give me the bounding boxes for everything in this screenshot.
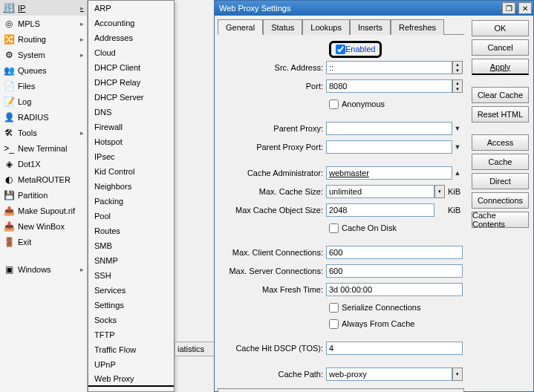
parent-proxy-port-expand[interactable]: ▼ [452, 140, 463, 154]
sidebar-item-label: New Terminal [18, 144, 67, 153]
submenu-tftp[interactable]: TFTP [88, 327, 174, 342]
sidebar-item-winbox[interactable]: 📥New WinBox [0, 218, 87, 234]
tab-general[interactable]: General [218, 19, 263, 35]
sidebar-item-files[interactable]: 📄Files [0, 78, 87, 94]
sidebar-item-metarouter[interactable]: ◐MetaROUTER [0, 172, 87, 187]
submenu-dhcp-client[interactable]: DHCP Client [88, 60, 174, 75]
submenu-pool[interactable]: Pool [88, 209, 174, 223]
dialog-titlebar[interactable]: Web Proxy Settings ❐ ✕ [215, 1, 533, 16]
submenu-routes[interactable]: Routes [88, 223, 174, 238]
cache-button[interactable]: Cache [472, 154, 529, 170]
tab-lookups[interactable]: Lookups [302, 19, 350, 35]
cache-admin-input[interactable] [326, 166, 452, 180]
sidebar-item-log[interactable]: 📝Log [0, 94, 87, 109]
submenu-snmp[interactable]: SNMP [88, 253, 174, 268]
submenu-arrow-icon: ▸ [80, 36, 84, 43]
submenu-dhcp-relay[interactable]: DHCP Relay [88, 75, 174, 90]
access-button[interactable]: Access [472, 134, 529, 151]
serialize-checkbox[interactable] [329, 303, 339, 313]
max-cache-size-dropdown[interactable]: ▾ [434, 185, 445, 198]
submenu-arp[interactable]: ARP [88, 1, 174, 16]
ip-submenu: ARP Accounting Addresses Cloud DHCP Clie… [88, 0, 175, 392]
submenu-settings[interactable]: Settings [88, 298, 174, 313]
submenu-traffic-flow[interactable]: Traffic Flow [88, 342, 174, 357]
clear-cache-button[interactable]: Clear Cache [472, 87, 529, 103]
sidebar-item-radius[interactable]: 👤RADIUS [0, 109, 87, 125]
submenu-firewall[interactable]: Firewall [88, 120, 174, 134]
cache-contents-button[interactable]: Cache Contents [472, 212, 529, 228]
submenu-kid-control[interactable]: Kid Control [88, 164, 174, 179]
always-cache-checkbox[interactable] [329, 319, 339, 329]
submenu-neighbors[interactable]: Neighbors [88, 179, 174, 194]
sidebar-item-terminal[interactable]: >_New Terminal [0, 140, 87, 156]
max-server-conn-input[interactable] [326, 264, 463, 278]
submenu-upnp[interactable]: UPnP [88, 357, 174, 372]
dscp-input[interactable] [326, 342, 463, 355]
tab-inserts[interactable]: Inserts [350, 19, 391, 35]
sidebar-item-windows[interactable]: ▣Windows▸ [0, 261, 87, 277]
submenu-addresses[interactable]: Addresses [88, 30, 174, 45]
ok-button[interactable]: OK [472, 20, 529, 36]
sidebar-item-label: RADIUS [18, 113, 49, 122]
cache-path-input[interactable] [326, 368, 452, 381]
max-cache-obj-label: Max Cache Object Size: [219, 206, 326, 215]
sidebar-item-exit[interactable]: 🚪Exit [0, 234, 87, 249]
submenu-arrow-icon: ▸ [80, 129, 84, 137]
sidebar-item-supout[interactable]: 📤Make Supout.rif [0, 203, 87, 218]
submenu-dns[interactable]: DNS [88, 105, 174, 120]
max-cache-size-input[interactable] [326, 185, 434, 198]
web-proxy-settings-dialog: Web Proxy Settings ❐ ✕ General Status Lo… [214, 0, 534, 392]
submenu-smb[interactable]: SMB [88, 238, 174, 253]
submenu-socks[interactable]: Socks [88, 313, 174, 327]
cancel-button[interactable]: Cancel [472, 39, 529, 56]
main-sidebar: 🔢IP▸ ◎MPLS▸ 🔀Routing▸ ⚙System▸ 👥Queues 📄… [0, 0, 88, 392]
sidebar-item-routing[interactable]: 🔀Routing▸ [0, 31, 87, 47]
dialog-tabs: General Status Lookups Inserts Refreshes [218, 19, 464, 35]
apply-button[interactable]: Apply [472, 59, 529, 75]
winbox-icon: 📥 [3, 220, 15, 232]
submenu-web-proxy[interactable]: Web Proxy [88, 372, 174, 387]
submenu-accounting[interactable]: Accounting [88, 16, 174, 30]
reset-html-button[interactable]: Reset HTML [472, 106, 529, 122]
src-address-input[interactable] [326, 61, 452, 74]
cache-on-disk-checkbox[interactable] [329, 223, 339, 233]
anonymous-checkbox[interactable] [329, 99, 339, 109]
sidebar-item-partition[interactable]: 💾Partition [0, 187, 87, 203]
window-restore-button[interactable]: ❐ [502, 2, 515, 14]
sidebar-item-mpls[interactable]: ◎MPLS▸ [0, 16, 87, 31]
port-spinner[interactable]: ▲▼ [452, 79, 463, 93]
parent-proxy-expand[interactable]: ▼ [452, 122, 463, 135]
sidebar-item-label: IP [18, 4, 25, 13]
sidebar-item-label: New WinBox [18, 222, 65, 231]
tab-refreshes[interactable]: Refreshes [391, 19, 444, 35]
mpls-icon: ◎ [3, 18, 15, 30]
submenu-packing[interactable]: Packing [88, 194, 174, 209]
sidebar-item-tools[interactable]: 🛠Tools▸ [0, 125, 87, 140]
max-client-conn-input[interactable] [326, 246, 463, 259]
src-address-spinner[interactable]: ▲▼ [452, 61, 463, 74]
cache-path-dropdown[interactable]: ▾ [452, 368, 463, 381]
cache-admin-collapse[interactable]: ▲ [452, 166, 463, 180]
supout-icon: 📤 [3, 205, 15, 217]
connections-button[interactable]: Connections [472, 192, 529, 209]
max-cache-obj-input[interactable] [326, 203, 434, 217]
sidebar-item-queues[interactable]: 👥Queues [0, 62, 87, 78]
tab-status[interactable]: Status [263, 19, 302, 35]
parent-proxy-port-input[interactable] [326, 140, 452, 154]
sidebar-item-system[interactable]: ⚙System▸ [0, 47, 87, 62]
max-fresh-label: Max Fresh Time: [219, 285, 326, 294]
enabled-checkbox[interactable] [336, 45, 345, 54]
direct-button[interactable]: Direct [472, 173, 529, 189]
submenu-hotspot[interactable]: Hotspot [88, 134, 174, 149]
submenu-ipsec[interactable]: IPsec [88, 149, 174, 164]
window-close-button[interactable]: ✕ [518, 2, 532, 14]
submenu-services[interactable]: Services [88, 283, 174, 298]
submenu-dhcp-server[interactable]: DHCP Server [88, 90, 174, 105]
sidebar-item-dot1x[interactable]: ◈Dot1X [0, 156, 87, 172]
submenu-cloud[interactable]: Cloud [88, 45, 174, 60]
max-fresh-input[interactable] [326, 283, 463, 296]
sidebar-item-ip[interactable]: 🔢IP▸ [0, 0, 87, 16]
port-input[interactable] [326, 79, 452, 93]
submenu-ssh[interactable]: SSH [88, 268, 174, 283]
parent-proxy-input[interactable] [326, 122, 452, 135]
